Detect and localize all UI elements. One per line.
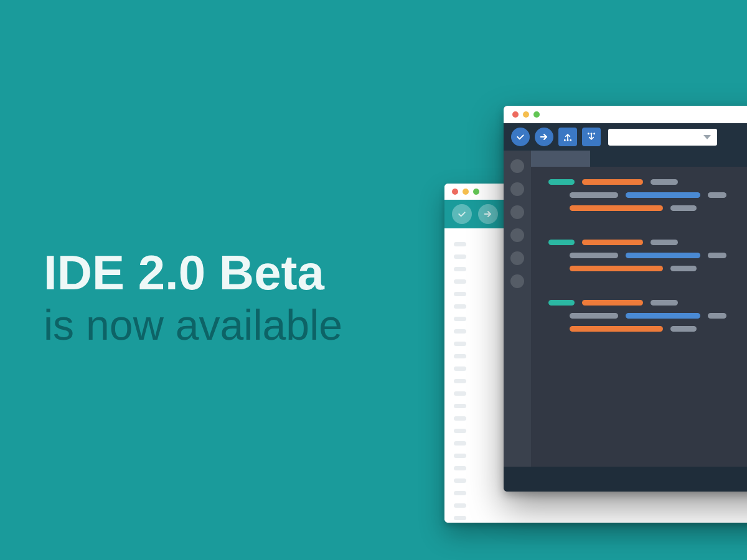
code-token: [626, 192, 700, 198]
gutter-line: [454, 454, 466, 458]
gutter-line: [454, 516, 466, 520]
gutter-line: [454, 366, 466, 371]
code-token: [570, 253, 618, 258]
minimize-icon[interactable]: [463, 189, 469, 195]
chevron-down-icon: [703, 135, 711, 139]
svg-point-4: [567, 140, 568, 141]
editor-tab-active[interactable]: [531, 151, 590, 167]
output-console[interactable]: [504, 467, 747, 492]
code-token: [570, 313, 618, 319]
gutter-line: [454, 267, 466, 271]
close-icon[interactable]: [512, 111, 519, 118]
code-block: [548, 240, 747, 271]
svg-point-5: [570, 140, 571, 141]
gutter-line: [454, 379, 466, 383]
svg-point-9: [594, 133, 594, 134]
gutter-line: [454, 354, 466, 358]
code-token: [670, 326, 697, 332]
arrow-right-icon: [483, 209, 493, 219]
gutter-line: [454, 342, 466, 346]
sidebar-icon[interactable]: [510, 205, 524, 219]
arrow-right-icon: [539, 132, 549, 142]
gutter-line: [454, 441, 466, 446]
code-token: [626, 253, 700, 258]
minimize-icon[interactable]: [523, 111, 529, 118]
new-ide-titlebar: [504, 106, 747, 123]
editor-tab-strip: [531, 151, 747, 167]
upload-button[interactable]: [478, 204, 498, 224]
old-ide-gutter: [444, 228, 476, 523]
code-token: [582, 179, 643, 185]
code-token: [708, 192, 726, 198]
gutter-line: [454, 242, 466, 246]
gutter-line: [454, 329, 466, 334]
code-token: [651, 240, 678, 245]
code-editor[interactable]: [531, 151, 747, 467]
board-select-dropdown[interactable]: [608, 129, 717, 146]
sidebar-icon-rail: [504, 151, 531, 467]
gutter-line: [454, 279, 466, 284]
new-ide-body: [504, 151, 747, 467]
gutter-line: [454, 391, 466, 396]
serial-monitor-button[interactable]: [582, 128, 601, 146]
check-icon: [515, 132, 525, 142]
code-token: [570, 266, 663, 271]
close-icon[interactable]: [452, 189, 458, 195]
code-block: [548, 179, 747, 211]
code-token: [582, 300, 643, 306]
gutter-line: [454, 478, 466, 483]
headline-line-1: IDE 2.0 Beta: [44, 248, 342, 299]
gutter-line: [454, 429, 466, 433]
code-token: [708, 313, 726, 319]
code-token: [548, 300, 575, 306]
debug-start-button[interactable]: [558, 128, 577, 146]
verify-button[interactable]: [511, 128, 530, 146]
code-token: [582, 240, 643, 245]
verify-button[interactable]: [452, 204, 472, 224]
gutter-line: [454, 466, 466, 470]
code-token: [670, 205, 697, 211]
gutter-line: [454, 292, 466, 296]
new-ide-toolbar: [504, 123, 747, 151]
code-token: [548, 179, 575, 185]
sidebar-icon[interactable]: [510, 251, 524, 265]
gutter-line: [454, 503, 466, 508]
code-token: [548, 240, 575, 245]
check-icon: [457, 209, 467, 219]
sidebar-icon[interactable]: [510, 182, 524, 196]
code-token: [708, 253, 726, 258]
headline: IDE 2.0 Beta is now available: [44, 248, 342, 352]
sidebar-icon[interactable]: [510, 274, 524, 288]
svg-point-7: [588, 133, 589, 134]
gutter-line: [454, 304, 466, 309]
code-block: [548, 300, 747, 332]
code-token: [651, 300, 678, 306]
code-token: [570, 205, 663, 211]
sidebar-icon[interactable]: [510, 228, 524, 242]
arrow-down-dots-icon: [586, 132, 596, 142]
code-token: [670, 266, 697, 271]
code-token: [570, 326, 663, 332]
gutter-line: [454, 317, 466, 321]
arrow-up-dots-icon: [563, 132, 573, 142]
gutter-line: [454, 491, 466, 495]
sidebar-icon[interactable]: [510, 159, 524, 173]
svg-point-3: [565, 140, 565, 141]
code-content: [531, 167, 747, 353]
gutter-line: [454, 254, 466, 259]
maximize-icon[interactable]: [473, 189, 479, 195]
code-token: [651, 179, 678, 185]
gutter-line: [454, 404, 466, 408]
headline-line-2: is now available: [44, 299, 342, 352]
gutter-line: [454, 416, 466, 421]
upload-button[interactable]: [535, 128, 553, 146]
svg-point-8: [591, 133, 591, 134]
maximize-icon[interactable]: [533, 111, 540, 118]
new-ide-window: [504, 106, 747, 492]
code-token: [570, 192, 618, 198]
code-token: [626, 313, 700, 319]
